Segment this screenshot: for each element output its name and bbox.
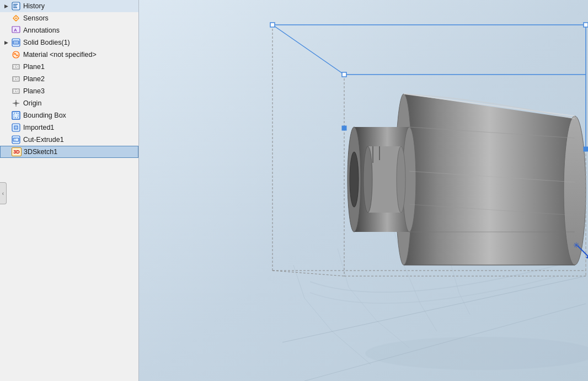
sidebar-item-bounding-box[interactable]: Bounding Box — [0, 109, 138, 121]
annotations-icon: A — [11, 25, 21, 35]
svg-point-47 — [350, 152, 359, 207]
sensors-icon — [11, 13, 21, 23]
bbox-corner-tl — [270, 23, 275, 27]
bbox-corner-mid-right — [584, 147, 588, 151]
expand-arrow-solid-bodies: ▶ — [4, 40, 10, 45]
expand-arrow-history: ▶ — [4, 3, 10, 9]
feature-tree-panel: ▶ History Sensors — [0, 0, 139, 381]
sidebar-item-solid-bodies[interactable]: ▶ Solid Bodies(1) — [0, 36, 138, 49]
sidebar-item-label-solid-bodies: Solid Bodies(1) — [23, 39, 70, 46]
origin-icon — [11, 98, 21, 108]
3dsketch1-icon: 3D — [12, 147, 22, 157]
sidebar-item-material[interactable]: Material <not specified> — [0, 49, 138, 61]
bbox-corner-mid-inner — [342, 126, 346, 130]
svg-point-5 — [15, 18, 17, 19]
svg-rect-1 — [13, 4, 18, 5]
plane2-icon — [11, 74, 21, 84]
sidebar-item-label-3dsketch1: 3DSketch1 — [24, 148, 57, 156]
imported1-icon — [11, 123, 21, 133]
solid-bodies-icon — [11, 38, 21, 47]
sidebar-item-label-plane2: Plane2 — [23, 75, 45, 83]
sidebar-item-label-plane1: Plane1 — [23, 63, 45, 71]
bounding-box-icon — [11, 110, 21, 120]
sidebar-item-imported1[interactable]: Imported1 — [0, 121, 138, 134]
bbox-corner-top-inner — [342, 72, 346, 77]
viewport-svg: ✳ — [139, 0, 588, 381]
material-icon — [11, 50, 21, 60]
3d-viewport[interactable]: ✳ — [139, 0, 588, 381]
sidebar-item-label-origin: Origin — [23, 99, 41, 107]
bbox-corner-tr — [584, 23, 588, 27]
sidebar-item-cut-extrude1[interactable]: Cut-Extrude1 — [0, 134, 138, 146]
sidebar-item-label-plane3: Plane3 — [23, 87, 45, 95]
sidebar-collapse-handle[interactable]: ‹ — [0, 182, 7, 204]
sidebar-item-label-history: History — [23, 2, 45, 10]
plane3-icon — [11, 86, 21, 96]
sidebar-item-label-material: Material <not specified> — [23, 51, 97, 59]
svg-point-13 — [13, 41, 19, 44]
svg-rect-28 — [12, 112, 20, 119]
sidebar-item-sensors[interactable]: Sensors — [0, 12, 138, 24]
svg-point-46 — [397, 146, 405, 213]
sidebar-item-label-bounding-box: Bounding Box — [23, 112, 66, 119]
svg-text:✳: ✳ — [573, 241, 580, 250]
plane1-icon — [11, 62, 21, 72]
svg-point-36 — [365, 337, 588, 370]
sidebar-item-label-cut-extrude1: Cut-Extrude1 — [23, 136, 64, 144]
cut-extrude1-icon — [11, 135, 21, 145]
sidebar-item-history[interactable]: ▶ History — [0, 0, 138, 12]
sidebar-item-annotations[interactable]: A Annotations — [0, 24, 138, 36]
sidebar-item-plane3[interactable]: Plane3 — [0, 85, 138, 97]
sidebar-item-label-annotations: Annotations — [23, 27, 60, 34]
sidebar-item-origin[interactable]: Origin — [0, 97, 138, 109]
sidebar-item-label-imported1: Imported1 — [23, 124, 54, 131]
svg-rect-2 — [13, 6, 17, 7]
sidebar-item-label-sensors: Sensors — [23, 14, 49, 22]
sidebar-item-3dsketch1[interactable]: 3D 3DSketch1 — [0, 146, 138, 158]
svg-text:A: A — [14, 28, 17, 33]
history-icon — [11, 1, 21, 11]
svg-point-45 — [364, 146, 372, 213]
sidebar-item-plane1[interactable]: Plane1 — [0, 61, 138, 73]
svg-rect-3 — [13, 7, 17, 8]
sidebar-item-plane2[interactable]: Plane2 — [0, 73, 138, 85]
